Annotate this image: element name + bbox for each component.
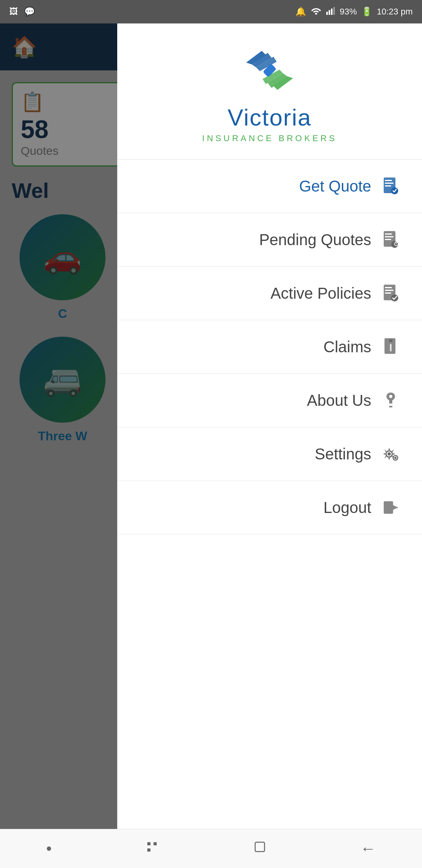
about-us-icon xyxy=(379,389,402,412)
svg-rect-20 xyxy=(385,292,391,294)
menu-item-active-policies[interactable]: Active Policies xyxy=(117,267,422,320)
menu-item-pending-quotes[interactable]: Pending Quotes ⏱ xyxy=(117,213,422,267)
wifi-icon xyxy=(311,6,322,17)
claims-icon xyxy=(379,335,402,359)
svg-rect-1 xyxy=(326,12,328,15)
svg-rect-31 xyxy=(255,842,265,852)
logout-icon xyxy=(379,496,402,519)
battery-percent: 93% xyxy=(340,7,357,17)
svg-point-26 xyxy=(388,452,391,456)
menu-item-get-quote[interactable]: Get Quote xyxy=(117,160,422,213)
brand-tagline: INSURANCE BROKERS xyxy=(202,133,337,143)
svg-point-0 xyxy=(315,13,317,15)
svg-point-28 xyxy=(394,457,397,459)
claims-label: Claims xyxy=(324,338,371,356)
get-quote-icon xyxy=(379,174,402,198)
nav-recents-button[interactable] xyxy=(144,839,160,858)
bottom-navigation: • ← xyxy=(0,829,422,868)
menu-item-settings[interactable]: Settings xyxy=(117,427,422,481)
notification-icon: 🔔 xyxy=(295,7,306,17)
svg-rect-18 xyxy=(385,287,392,288)
pending-quotes-icon: ⏱ xyxy=(379,228,402,251)
svg-text:⏱: ⏱ xyxy=(393,241,399,247)
signal-icon xyxy=(326,6,335,17)
svg-rect-3 xyxy=(331,9,333,15)
menu-item-logout[interactable]: Logout xyxy=(117,481,422,534)
svg-rect-7 xyxy=(385,180,392,181)
settings-icon xyxy=(379,442,402,466)
active-policies-icon xyxy=(379,282,402,305)
chat-icon: 💬 xyxy=(24,7,35,17)
svg-rect-19 xyxy=(385,290,393,291)
status-bar-left: 🖼 💬 xyxy=(9,7,35,17)
navigation-drawer: Victoria INSURANCE BROKERS Get Quote Pen… xyxy=(117,23,422,868)
photo-icon: 🖼 xyxy=(9,7,18,17)
svg-rect-13 xyxy=(385,236,393,237)
drawer-menu: Get Quote Pending Quotes xyxy=(117,160,422,868)
svg-rect-4 xyxy=(333,7,335,15)
status-bar: 🖼 💬 🔔 93% 🔋 10:23 pm xyxy=(0,0,422,23)
battery-icon: 🔋 xyxy=(361,7,372,17)
svg-rect-9 xyxy=(385,185,391,187)
menu-item-claims[interactable]: Claims xyxy=(117,320,422,374)
settings-label: Settings xyxy=(315,445,371,463)
svg-rect-12 xyxy=(385,233,392,235)
status-bar-right: 🔔 93% 🔋 10:23 pm xyxy=(295,6,413,17)
menu-item-about-us[interactable]: About Us xyxy=(117,374,422,427)
nav-back-button[interactable]: ← xyxy=(360,840,376,857)
svg-point-24 xyxy=(389,395,392,398)
active-policies-label: Active Policies xyxy=(270,285,371,302)
nav-dot-button[interactable]: • xyxy=(46,840,52,857)
brand-name: Victoria xyxy=(228,104,312,131)
pending-quotes-label: Pending Quotes xyxy=(259,231,371,249)
drawer-logo-section: Victoria INSURANCE BROKERS xyxy=(117,23,422,160)
about-us-label: About Us xyxy=(307,392,371,409)
brand-logo-icon xyxy=(238,43,301,98)
svg-rect-2 xyxy=(329,10,330,15)
logo-icon-wrapper xyxy=(238,43,301,98)
time-display: 10:23 pm xyxy=(377,7,413,17)
svg-rect-8 xyxy=(385,183,393,184)
nav-home-button[interactable] xyxy=(252,839,268,858)
get-quote-label: Get Quote xyxy=(299,178,371,195)
svg-rect-14 xyxy=(385,239,391,240)
logout-label: Logout xyxy=(324,499,371,516)
